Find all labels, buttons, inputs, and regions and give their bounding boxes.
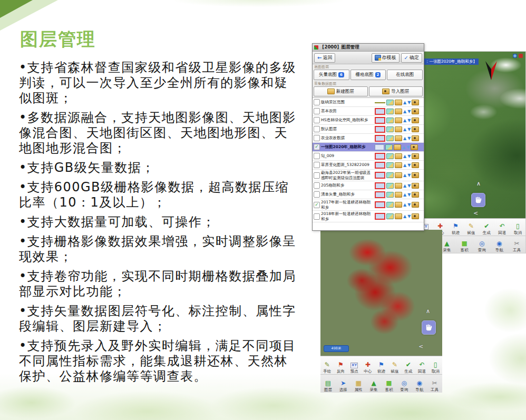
zoom-to-layer-icon[interactable]: [386, 135, 394, 141]
toolbar-button-navigate[interactable]: ◉导航: [494, 240, 504, 253]
move-up-icon[interactable]: ▲: [403, 202, 406, 207]
move-down-icon[interactable]: ▼: [407, 154, 411, 159]
zoom-to-layer-icon[interactable]: [385, 144, 393, 150]
layer-symbol-swatch[interactable]: [375, 126, 385, 133]
move-up-icon[interactable]: ▲: [403, 173, 406, 178]
toolbar-button-query[interactable]: ◎查询: [399, 379, 410, 393]
toolbar-button-cancel[interactable]: ▯取消: [512, 222, 523, 236]
edit-layer-icon[interactable]: [395, 100, 402, 105]
layer-symbol-swatch[interactable]: [375, 117, 385, 124]
layer-more-icon[interactable]: [412, 118, 419, 123]
zoom-to-layer-icon[interactable]: [386, 202, 394, 208]
toolbar-button-attributes[interactable]: ▦属性: [353, 379, 364, 393]
toolbar-button-navigate[interactable]: ◉导航: [414, 379, 425, 393]
move-up-icon[interactable]: ▲: [403, 100, 406, 105]
move-down-icon[interactable]: ▼: [406, 145, 410, 150]
move-down-icon[interactable]: ▼: [407, 118, 411, 123]
layer-more-icon[interactable]: [412, 135, 419, 141]
layer-symbol-swatch[interactable]: [375, 153, 385, 160]
toolbar-button-center[interactable]: ✚中心: [363, 361, 373, 374]
toolbar-button-reverse[interactable]: ⚑反向: [335, 361, 346, 374]
layer-row-selected[interactable]: 一张图2020年_格朗和乡 ▲▼: [313, 143, 424, 152]
zoom-to-layer-icon[interactable]: [386, 109, 394, 114]
toolbar-button-select[interactable]: ➤选择: [338, 379, 348, 393]
layer-row[interactable]: HS造林绿化空间_格朗和乡 ▲▼: [313, 116, 424, 125]
edit-layer-icon[interactable]: [395, 213, 402, 219]
layer-row[interactable]: 205格朗和乡 ▲▼: [313, 181, 424, 190]
tab-raster-basemap[interactable]: 栅格底图2: [350, 70, 386, 80]
layer-symbol-swatch[interactable]: [375, 191, 385, 198]
layer-more-icon[interactable]: [412, 172, 419, 178]
layer-checkbox[interactable]: [314, 126, 320, 132]
layer-row[interactable]: 勐海县2022年第一期省级遥感即时监测疑似违法图斑 ▲▼: [313, 170, 424, 181]
layer-symbol-swatch[interactable]: [375, 108, 385, 115]
move-up-icon[interactable]: ▲: [402, 145, 405, 150]
edit-layer-icon[interactable]: [395, 126, 402, 132]
toolbar-button-query[interactable]: ◎查询: [476, 240, 487, 253]
toolbar-button-track[interactable]: ⚑轨迹: [376, 361, 386, 374]
layer-more-icon[interactable]: [412, 162, 419, 168]
edit-layer-icon[interactable]: [395, 109, 402, 114]
toolbar-button-assign[interactable]: ✎赋值: [389, 361, 400, 374]
layer-more-icon[interactable]: [412, 202, 419, 208]
zoom-to-layer-icon[interactable]: [386, 100, 394, 105]
toolbar-button-undo[interactable]: ↶回退: [416, 361, 427, 374]
tab-online-basemap[interactable]: 在线底图: [387, 70, 423, 80]
new-layer-button[interactable]: 新建图层: [314, 86, 368, 96]
satellite-map-view-overlay[interactable]: ∧ < 498米: [320, 230, 442, 356]
layer-checkbox[interactable]: [314, 202, 320, 208]
confirm-button[interactable]: ✓确定: [401, 53, 422, 63]
layer-row[interactable]: 草原变化图斑_532822009 ▲▼: [313, 161, 424, 170]
move-down-icon[interactable]: ▼: [407, 173, 411, 178]
layer-checkbox[interactable]: [314, 99, 320, 105]
layer-row[interactable]: 2018年新一轮退耕还林格朗和乡 ▲▼: [313, 211, 424, 222]
move-up-icon[interactable]: ▲: [403, 163, 406, 168]
layer-checkbox[interactable]: [314, 135, 320, 141]
toolbar-button-collect[interactable]: ▲采集: [442, 240, 452, 253]
move-up-icon[interactable]: ▲: [403, 183, 406, 188]
move-down-icon[interactable]: ▼: [407, 192, 411, 197]
toolbar-button-generate[interactable]: ✔生成: [481, 222, 492, 236]
zoom-in-chevron[interactable]: ∧: [426, 308, 430, 315]
north-arrow-icon[interactable]: [484, 59, 498, 83]
layer-symbol-swatch[interactable]: [375, 100, 385, 105]
move-up-icon[interactable]: ▲: [403, 136, 406, 141]
save-template-button[interactable]: 存模板: [372, 53, 400, 63]
toolbar-button-cancel[interactable]: ▯取消: [430, 361, 441, 374]
layer-row[interactable]: SJ_009 ▲▼: [313, 152, 424, 161]
layer-checkbox[interactable]: [314, 213, 320, 220]
zoom-to-layer-icon[interactable]: [386, 162, 394, 168]
toolbar-button-volume[interactable]: ■蓄积: [459, 240, 470, 253]
toolbar-button-prepoint[interactable]: XY预点: [349, 362, 359, 374]
zoom-to-layer-icon[interactable]: [386, 213, 394, 219]
layer-symbol-swatch[interactable]: [375, 213, 385, 220]
move-down-icon[interactable]: ▼: [407, 163, 411, 168]
toolbar-button-track[interactable]: ⚑轨迹: [450, 222, 461, 236]
layer-checkbox[interactable]: [314, 117, 320, 123]
edit-layer-icon[interactable]: [395, 192, 402, 198]
zoom-in-chevron[interactable]: ∧: [476, 180, 481, 187]
zoom-to-layer-icon[interactable]: [386, 153, 394, 159]
toolbar-button-collect[interactable]: ▲采集: [368, 379, 379, 393]
toolbar-button-generate[interactable]: ✔生成: [403, 361, 414, 374]
edit-layer-icon[interactable]: [395, 172, 402, 178]
layer-checkbox[interactable]: [314, 108, 320, 114]
layer-symbol-swatch[interactable]: [375, 182, 385, 189]
zoom-to-layer-icon[interactable]: [386, 192, 394, 198]
layer-more-icon[interactable]: [412, 109, 419, 114]
layer-checkbox[interactable]: [314, 162, 320, 168]
edit-layer-icon[interactable]: [395, 162, 402, 168]
move-up-icon[interactable]: ▲: [403, 214, 406, 219]
move-down-icon[interactable]: ▼: [407, 100, 411, 105]
edit-layer-icon[interactable]: [395, 183, 402, 189]
layer-symbol-swatch[interactable]: [375, 162, 385, 169]
layer-more-icon[interactable]: [412, 213, 419, 219]
move-down-icon[interactable]: ▼: [407, 183, 411, 188]
toolbar-button-assign[interactable]: ✎赋值: [466, 222, 476, 236]
pan-tool-button[interactable]: [471, 193, 485, 207]
zoom-to-layer-icon[interactable]: [386, 172, 394, 178]
move-up-icon[interactable]: ▲: [403, 127, 406, 132]
layer-symbol-swatch[interactable]: [375, 172, 385, 179]
layer-symbol-swatch[interactable]: [375, 135, 385, 142]
zoom-to-layer-icon[interactable]: [386, 118, 394, 123]
